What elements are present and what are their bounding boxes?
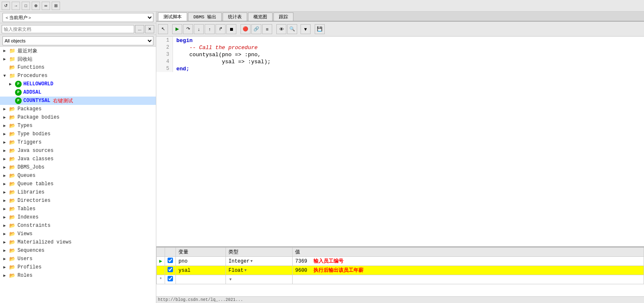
sidebar-label-java-sources: Java sources bbox=[18, 148, 53, 154]
sidebar-item-sequences[interactable]: ▶ 📂 Sequences bbox=[0, 246, 156, 255]
editor-btn-stepinto[interactable]: ↓ bbox=[194, 24, 204, 34]
folder-icon-indexes: 📂 bbox=[9, 215, 16, 220]
type-dropdown-new[interactable]: ▼ bbox=[229, 278, 231, 282]
toolbar-btn-5[interactable]: ∞ bbox=[42, 2, 50, 10]
sidebar-item-packages[interactable]: ▶ 📂 Packages bbox=[0, 105, 156, 113]
toolbar-btn-1[interactable]: ↺ bbox=[2, 2, 10, 10]
sidebar-tree: ▶ 📁 最近对象 ▶ 📁 回收站 ▶ 📂 Functions ▼ 📁 Proce… bbox=[0, 47, 156, 303]
sidebar-item-types[interactable]: ▶ 📂 Types bbox=[0, 122, 156, 130]
user-select[interactable]: ＜当前用户＞ bbox=[3, 13, 153, 22]
sidebar-label-users: Users bbox=[18, 256, 33, 262]
sidebar-label-recent: 最近对象 bbox=[18, 47, 38, 55]
arrow-type-bodies: ▶ bbox=[3, 132, 9, 137]
sidebar-item-helloworld[interactable]: ▶ P HELLOWORLD bbox=[0, 80, 156, 88]
tab-statistics[interactable]: 统计表 bbox=[223, 12, 247, 21]
sidebar-item-queue-tables[interactable]: ▶ 📂 Queue tables bbox=[0, 180, 156, 188]
sidebar-item-mat-views[interactable]: ▶ 📂 Materialized views bbox=[0, 238, 156, 246]
proc-icon-addsal: P bbox=[15, 89, 22, 96]
editor-btn-save[interactable]: 💾 bbox=[315, 24, 325, 34]
play-cell-ysal bbox=[157, 266, 165, 275]
arrow-profiles: ▶ bbox=[3, 265, 9, 270]
sidebar-item-countysal[interactable]: ▶ P COUNTYSAL 右键测试 bbox=[0, 97, 156, 105]
sidebar-objects-bar: All objects bbox=[0, 35, 156, 47]
sidebar-item-views[interactable]: ▶ 📂 Views bbox=[0, 230, 156, 238]
sidebar-item-directories[interactable]: ▶ 📂 Directories bbox=[0, 196, 156, 205]
sidebar-item-tables[interactable]: ▶ 📂 Tables bbox=[0, 205, 156, 213]
arrow-triggers: ▶ bbox=[3, 140, 9, 145]
sidebar-label-type-bodies: Type bodies bbox=[18, 131, 50, 137]
editor-btn-bp-clear[interactable]: 🔗 bbox=[251, 24, 261, 34]
folder-icon-type-bodies: 📂 bbox=[9, 132, 16, 137]
tab-dbms-output[interactable]: DBMS 输出 bbox=[188, 12, 222, 21]
sidebar-item-package-bodies[interactable]: ▶ 📂 Package bodies bbox=[0, 113, 156, 122]
play-cell-new: * bbox=[157, 275, 165, 284]
arrow-procedures: ▼ bbox=[3, 74, 9, 78]
editor-btn-bp-add[interactable]: 🔴 bbox=[241, 24, 251, 34]
value-ysal: 9600 bbox=[295, 268, 307, 273]
sidebar-item-queues[interactable]: ▶ 📂 Queues bbox=[0, 171, 156, 180]
arrow-constraints: ▶ bbox=[3, 223, 9, 228]
sidebar-item-indexes[interactable]: ▶ 📂 Indexes bbox=[0, 213, 156, 221]
proc-icon-helloworld: P bbox=[15, 81, 22, 87]
editor-btn-next[interactable]: ↱ bbox=[216, 24, 226, 34]
status-bar: http://blog.csdn.net/lq_...2021... bbox=[156, 296, 644, 303]
arrow-recent: ▶ bbox=[3, 48, 9, 53]
folder-icon-views: 📂 bbox=[9, 231, 16, 236]
sidebar-item-users[interactable]: ▶ 📂 Users bbox=[0, 255, 156, 263]
toolbar-btn-3[interactable]: □ bbox=[22, 2, 30, 10]
tab-test-script[interactable]: 测试脚本 bbox=[158, 12, 187, 21]
sidebar-label-directories: Directories bbox=[18, 198, 50, 204]
code-line-4: 4 ysal => :ysal); bbox=[156, 58, 644, 65]
sidebar-item-dbms-jobs[interactable]: ▶ 📂 DBMS_Jobs bbox=[0, 163, 156, 171]
search-button[interactable]: ... bbox=[135, 25, 144, 33]
type-dropdown-ysal[interactable]: ▼ bbox=[244, 268, 246, 273]
editor-btn-bp-list[interactable]: ≡ bbox=[262, 24, 272, 34]
search-input[interactable] bbox=[2, 25, 134, 33]
sidebar-item-constraints[interactable]: ▶ 📂 Constraints bbox=[0, 221, 156, 230]
folder-icon-profiles: 📂 bbox=[9, 265, 16, 270]
tab-overview[interactable]: 概览图 bbox=[248, 12, 273, 21]
sidebar-label-addsal: ADDSAL bbox=[23, 89, 41, 95]
objects-select[interactable]: All objects bbox=[3, 36, 153, 45]
sidebar-item-java-classes[interactable]: ▶ 📂 Java classes bbox=[0, 155, 156, 163]
toolbar-btn-6[interactable]: ⊞ bbox=[52, 2, 60, 10]
check-pno[interactable] bbox=[168, 258, 173, 263]
toolbar-btn-4[interactable]: ⊕ bbox=[32, 2, 40, 10]
editor-btn-stepout[interactable]: ↑ bbox=[205, 24, 215, 34]
sidebar-item-java-sources[interactable]: ▶ 📂 Java sources bbox=[0, 147, 156, 155]
sidebar-item-triggers[interactable]: ▶ 📂 Triggers bbox=[0, 138, 156, 147]
editor-btn-inspect[interactable]: 🔍 bbox=[287, 24, 297, 34]
sidebar-item-type-bodies[interactable]: ▶ 📂 Type bodies bbox=[0, 130, 156, 138]
sidebar-item-roles[interactable]: ▶ 📂 Roles bbox=[0, 271, 156, 280]
type-cell-pno: Integer ▼ bbox=[226, 257, 293, 266]
sidebar-item-procedures[interactable]: ▼ 📁 Procedures bbox=[0, 72, 156, 80]
code-line-3: 3 countysal(pno => :pno, bbox=[156, 51, 644, 58]
sidebar-item-libraries[interactable]: ▶ 📂 Libraries bbox=[0, 188, 156, 196]
check-ysal[interactable] bbox=[168, 267, 173, 272]
editor-btn-cursor[interactable]: ↖ bbox=[158, 24, 168, 34]
arrow-dbms-jobs: ▶ bbox=[3, 165, 9, 170]
type-dropdown-pno[interactable]: ▼ bbox=[251, 259, 253, 263]
arrow-users: ▶ bbox=[3, 256, 9, 261]
sidebar-item-recycle[interactable]: ▶ 📁 回收站 bbox=[0, 55, 156, 63]
arrow-package-bodies: ▶ bbox=[3, 115, 9, 120]
sidebar-label-profiles: Profiles bbox=[18, 264, 42, 270]
play-btn-pno[interactable]: ▶ bbox=[159, 258, 162, 264]
editor-btn-stop[interactable]: ⏹ bbox=[226, 24, 236, 34]
code-area[interactable]: 1 begin 2 -- Call the procedure 3 county… bbox=[156, 37, 644, 246]
toolbar-btn-2[interactable]: → bbox=[12, 2, 20, 10]
arrow-indexes: ▶ bbox=[3, 215, 9, 220]
sidebar-item-profiles[interactable]: ▶ 📂 Profiles bbox=[0, 263, 156, 271]
line-num-4: 4 bbox=[156, 58, 173, 65]
tab-trace[interactable]: 跟踪 bbox=[273, 12, 293, 21]
editor-btn-step[interactable]: ↷ bbox=[183, 24, 193, 34]
sidebar-item-functions[interactable]: ▶ 📂 Functions bbox=[0, 63, 156, 72]
sidebar-item-addsal[interactable]: ▶ P ADDSAL bbox=[0, 88, 156, 97]
col-type-header: 类型 bbox=[226, 248, 293, 257]
editor-btn-run[interactable]: ▶ bbox=[172, 24, 182, 34]
sidebar-item-recent[interactable]: ▶ 📁 最近对象 bbox=[0, 47, 156, 55]
editor-btn-watch[interactable]: 👁 bbox=[276, 24, 286, 34]
editor-btn-dropdown[interactable]: ▼ bbox=[301, 24, 311, 34]
check-new[interactable] bbox=[168, 276, 173, 281]
search-clear-button[interactable]: ✕ bbox=[145, 25, 154, 33]
